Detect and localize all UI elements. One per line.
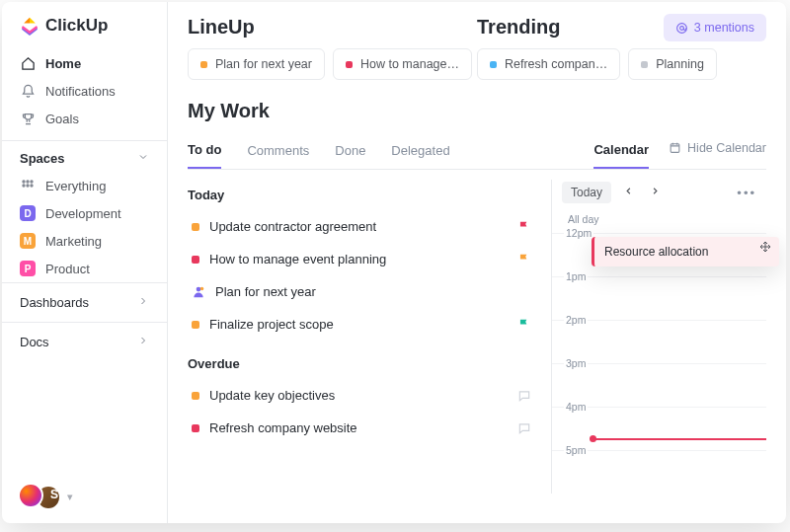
clickup-logo-icon	[20, 16, 40, 36]
space-marketing[interactable]: M Marketing	[2, 227, 167, 255]
calendar-today-button[interactable]: Today	[562, 182, 611, 203]
mywork-tabs: To do Comments Done Delegated Calendar H…	[188, 132, 766, 170]
svg-point-7	[679, 26, 683, 30]
task-row[interactable]: Finalize project scope	[188, 308, 535, 341]
svg-rect-8	[671, 144, 679, 153]
flag-icon	[517, 253, 531, 266]
chat-icon	[517, 421, 531, 435]
calendar-icon	[669, 141, 681, 154]
trending-chip[interactable]: Refresh compan…	[477, 48, 620, 80]
calendar-event[interactable]: Resource allocation	[592, 237, 779, 266]
task-row[interactable]: Update contractor agreement	[188, 210, 535, 243]
status-dot	[346, 61, 353, 68]
nav-home[interactable]: Home	[2, 49, 167, 77]
tab-comments[interactable]: Comments	[247, 133, 309, 168]
task-row[interactable]: Update key objectives	[188, 379, 535, 412]
space-label: Development	[45, 206, 121, 221]
lineup-chip[interactable]: How to manage…	[333, 48, 472, 80]
nav-goals[interactable]: Goals	[2, 105, 167, 132]
group-overdue-title: Overdue	[188, 356, 535, 371]
svg-point-3	[23, 185, 25, 187]
tab-delegated[interactable]: Delegated	[391, 133, 449, 168]
current-time-indicator	[593, 438, 766, 440]
space-label: Product	[45, 262, 90, 276]
status-square	[192, 392, 199, 400]
hour-row: 5pm	[552, 450, 766, 494]
task-row[interactable]: Refresh company website	[188, 412, 535, 444]
svg-point-1	[27, 181, 29, 183]
space-product[interactable]: P Product	[2, 255, 167, 282]
space-badge: D	[20, 205, 36, 221]
chevron-right-icon	[137, 335, 149, 349]
sidebar: ClickUp Home Notifications Goals Spaces	[2, 2, 168, 523]
task-row[interactable]: Plan for next year	[188, 275, 535, 308]
chat-icon	[517, 389, 531, 403]
avatar-letter: S	[50, 488, 58, 501]
caret-down-icon: ▾	[67, 491, 73, 503]
sidebar-footer[interactable]: S ▾	[2, 471, 167, 523]
status-dot	[200, 61, 207, 68]
lineup-title: LineUp	[188, 16, 477, 38]
status-dot	[641, 61, 648, 68]
space-badge: M	[20, 233, 36, 249]
mywork-title: My Work	[188, 100, 766, 122]
home-icon	[20, 55, 36, 71]
svg-point-5	[31, 185, 33, 187]
task-list: Today Update contractor agreement How to…	[188, 180, 545, 494]
bell-icon	[20, 83, 36, 99]
flag-icon	[517, 220, 531, 234]
calendar-next-button[interactable]	[646, 184, 665, 201]
brand-name: ClickUp	[45, 16, 108, 36]
svg-point-6	[676, 23, 686, 33]
person-icon	[192, 285, 205, 299]
status-square	[192, 223, 199, 231]
move-icon[interactable]	[759, 241, 771, 255]
svg-point-0	[23, 181, 25, 183]
lineup-chip[interactable]: Plan for next year	[188, 48, 325, 80]
trending-chip[interactable]: Planning	[628, 48, 717, 80]
trophy-icon	[20, 111, 36, 126]
calendar-more-button[interactable]: •••	[737, 186, 760, 200]
avatar	[18, 483, 43, 508]
task-row[interactable]: How to manage event planning	[188, 243, 535, 275]
space-everything[interactable]: Everything	[2, 172, 167, 199]
flag-icon	[517, 318, 531, 332]
main-content: 3 mentions LineUp Plan for next year How…	[168, 2, 786, 523]
space-label: Marketing	[45, 234, 102, 249]
calendar-prev-button[interactable]	[619, 184, 638, 201]
status-square	[192, 424, 199, 432]
space-development[interactable]: D Development	[2, 199, 167, 227]
tab-done[interactable]: Done	[335, 133, 365, 168]
mentions-button[interactable]: 3 mentions	[664, 14, 766, 41]
nav-label: Notifications	[45, 84, 116, 99]
nav-notifications[interactable]: Notifications	[2, 77, 167, 105]
status-square	[192, 256, 199, 264]
spaces-header[interactable]: Spaces	[2, 140, 167, 172]
tab-calendar[interactable]: Calendar	[593, 132, 649, 169]
brand-logo[interactable]: ClickUp	[2, 16, 167, 49]
nav-label: Home	[45, 56, 81, 71]
calendar-panel: Today ••• All day 12pm 1pm 2pm 3pm 4pm	[551, 180, 766, 494]
chevron-down-icon	[137, 151, 149, 166]
svg-point-10	[200, 286, 204, 290]
section-docs[interactable]: Docs	[2, 322, 167, 361]
chevron-right-icon	[137, 295, 149, 310]
space-badge: P	[20, 261, 36, 276]
svg-point-9	[197, 286, 201, 291]
nav-label: Goals	[45, 112, 79, 126]
space-label: Everything	[45, 179, 106, 193]
svg-point-2	[31, 181, 33, 183]
status-square	[192, 321, 199, 329]
status-dot	[490, 61, 497, 68]
section-dashboards[interactable]: Dashboards	[2, 282, 167, 322]
svg-point-4	[27, 185, 29, 187]
grid-icon	[20, 178, 36, 193]
hide-calendar-button[interactable]: Hide Calendar	[669, 141, 766, 161]
tab-todo[interactable]: To do	[188, 132, 221, 169]
group-today-title: Today	[188, 188, 535, 202]
at-icon	[675, 22, 688, 35]
